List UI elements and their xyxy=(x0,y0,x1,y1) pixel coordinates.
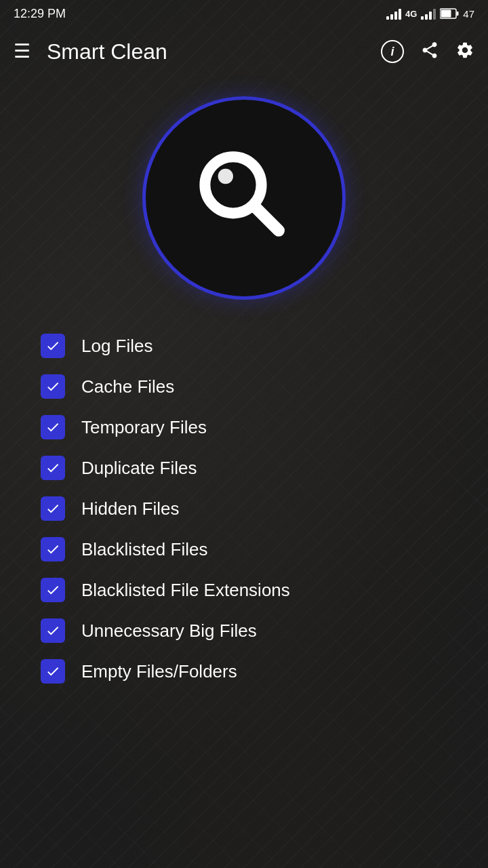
check-label-7: Unnecessary Big Files xyxy=(81,620,257,642)
battery-percentage: 47 xyxy=(463,8,474,20)
check-item: Log Files xyxy=(41,327,447,365)
check-label-5: Blacklisted Files xyxy=(81,539,207,560)
check-label-4: Hidden Files xyxy=(81,498,180,519)
checkbox-5[interactable] xyxy=(41,537,65,561)
status-bar: 12:29 PM 4G 47 xyxy=(0,0,488,27)
check-item: Duplicate Files xyxy=(41,449,447,487)
settings-icon[interactable] xyxy=(455,41,474,63)
check-item: Blacklisted Files xyxy=(41,530,447,568)
checkbox-3[interactable] xyxy=(41,456,65,480)
checkbox-8[interactable] xyxy=(41,659,65,684)
svg-line-5 xyxy=(253,205,279,231)
menu-icon[interactable]: ☰ xyxy=(14,42,30,61)
checkbox-2[interactable] xyxy=(41,415,65,439)
check-label-1: Cache Files xyxy=(81,376,174,397)
svg-rect-2 xyxy=(441,10,451,18)
checkbox-6[interactable] xyxy=(41,578,65,602)
check-label-2: Temporary Files xyxy=(81,417,207,438)
check-item: Empty Files/Folders xyxy=(41,652,447,690)
checklist: Log FilesCache FilesTemporary FilesDupli… xyxy=(0,327,488,690)
info-icon: i xyxy=(390,45,394,59)
svg-rect-1 xyxy=(457,12,459,16)
battery-icon xyxy=(440,8,459,19)
signal-icon xyxy=(386,7,401,20)
status-icons: 4G 47 xyxy=(386,7,474,20)
share-icon[interactable] xyxy=(420,41,439,63)
search-magnifier-icon xyxy=(190,144,298,252)
app-title: Smart Clean xyxy=(47,39,381,64)
checkbox-1[interactable] xyxy=(41,374,65,399)
svg-point-4 xyxy=(218,169,233,184)
checkbox-4[interactable] xyxy=(41,496,65,521)
check-item: Temporary Files xyxy=(41,408,447,446)
info-button[interactable]: i xyxy=(381,40,404,63)
status-time: 12:29 PM xyxy=(14,7,66,21)
check-label-3: Duplicate Files xyxy=(81,458,197,479)
check-label-8: Empty Files/Folders xyxy=(81,661,237,682)
top-actions: i xyxy=(381,40,474,63)
search-circle[interactable] xyxy=(142,96,346,300)
network-type-icon: 4G xyxy=(405,9,417,19)
checkbox-7[interactable] xyxy=(41,618,65,643)
wifi-signal-icon xyxy=(421,7,436,20)
check-item: Hidden Files xyxy=(41,490,447,528)
check-item: Blacklisted File Extensions xyxy=(41,571,447,609)
checkbox-0[interactable] xyxy=(41,334,65,358)
search-circle-container xyxy=(0,96,488,300)
top-bar: ☰ Smart Clean i xyxy=(0,27,488,76)
check-item: Unnecessary Big Files xyxy=(41,612,447,650)
check-label-0: Log Files xyxy=(81,336,153,357)
check-item: Cache Files xyxy=(41,368,447,406)
check-label-6: Blacklisted File Extensions xyxy=(81,580,290,601)
